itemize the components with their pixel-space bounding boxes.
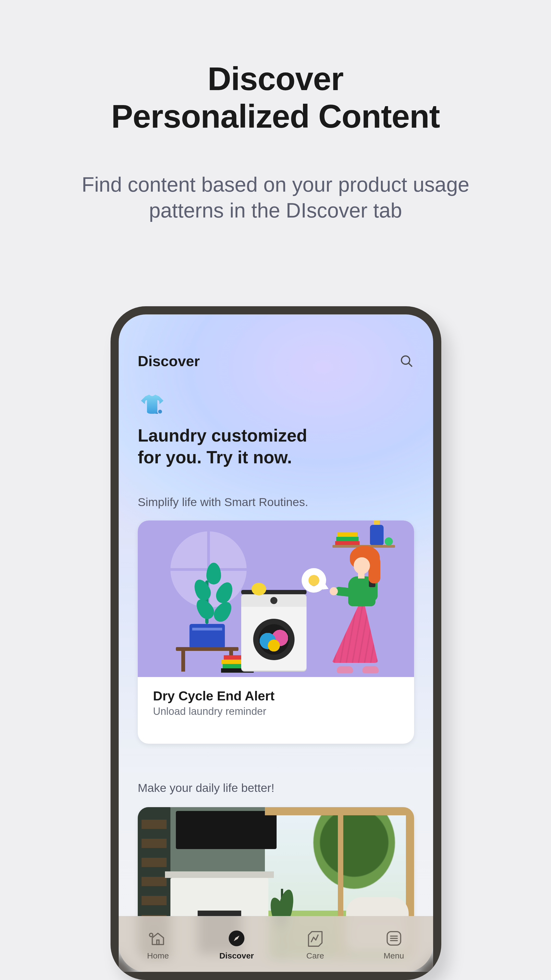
svg-line-1 [409,363,412,366]
bottom-navigation: Home Discover Care [119,916,433,972]
routine-card-illustration [138,520,414,677]
menu-icon [385,929,403,947]
routine-card-subtitle: Unload laundry reminder [138,706,414,717]
phone-screen: Discover [119,314,433,972]
svg-point-4 [150,933,153,937]
nav-item-discover[interactable]: Discover [209,929,264,960]
search-icon [400,354,414,368]
nav-label-menu: Menu [384,951,404,960]
marketing-headline-line-2: Personalized Content [111,98,440,134]
marketing-subtitle-line-2: patterns in the DIscover tab [149,199,402,222]
home-icon [149,929,167,947]
nav-item-home[interactable]: Home [131,929,185,960]
promo-headline-line-2: for you. Try it now. [138,447,292,467]
section-label-routines: Simplify life with Smart Routines. [138,495,308,509]
nav-label-care: Care [306,951,324,960]
phone-mockup: Discover [110,306,441,980]
promo-headline: Laundry customized for you. Try it now. [138,425,414,468]
nav-label-home: Home [147,951,169,960]
care-icon [306,929,324,947]
routine-card-title: Dry Cycle End Alert [138,677,414,706]
marketing-subtitle-line-1: Find content based on your product usage [82,173,469,196]
routine-card-dry-cycle[interactable]: Dry Cycle End Alert Unload laundry remin… [138,520,414,744]
section-label-daily: Make your daily life better! [138,781,274,795]
nav-item-menu[interactable]: Menu [367,929,421,960]
search-button[interactable] [399,353,414,369]
compass-icon [228,929,245,947]
promo-headline-line-1: Laundry customized [138,426,307,445]
screen-title: Discover [138,353,200,369]
marketing-headline-line-1: Discover [208,60,344,97]
nav-item-care[interactable]: Care [288,929,342,960]
nav-label-discover: Discover [220,951,254,960]
svg-rect-5 [157,940,159,945]
marketing-subtitle: Find content based on your product usage… [0,172,551,223]
app-header: Discover [138,353,414,369]
svg-point-2 [158,410,162,414]
laundry-shirt-icon [140,395,164,414]
marketing-headline: Discover Personalized Content [0,60,551,135]
